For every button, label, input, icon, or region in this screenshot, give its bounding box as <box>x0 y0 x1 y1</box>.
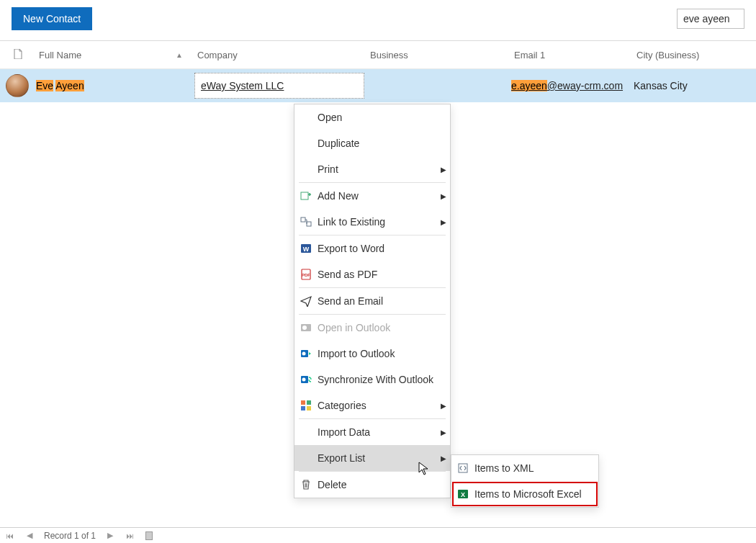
svg-rect-15 <box>301 406 305 410</box>
export-list-submenu: Items to XML X Items to Microsoft Excel <box>451 454 599 508</box>
column-company[interactable]: Company <box>194 50 367 60</box>
menu-delete[interactable]: Delete <box>294 472 450 498</box>
city-cell: Kansas City <box>634 80 756 91</box>
column-business[interactable]: Business <box>367 50 511 60</box>
menu-open[interactable]: Open <box>294 104 450 130</box>
menu-open-outlook: Open in Outlook <box>294 315 450 341</box>
new-contact-button[interactable]: New Contact <box>12 7 92 30</box>
svg-rect-13 <box>301 400 305 405</box>
outlook-icon <box>294 322 318 333</box>
column-email1[interactable]: Email 1 <box>511 50 634 60</box>
horizontal-scroll-handle[interactable] <box>145 531 153 540</box>
send-icon <box>294 295 318 307</box>
chevron-right-icon: ▶ <box>437 428 450 436</box>
menu-print[interactable]: Print▶ <box>294 156 450 182</box>
highlight: Eve <box>36 80 53 91</box>
full-name-cell: Eve Ayeen <box>36 80 194 91</box>
word-icon: W <box>294 243 318 254</box>
email-cell[interactable]: e.ayeen@eway-crm.com <box>511 80 634 91</box>
search-input[interactable] <box>677 9 744 29</box>
sort-ascending-icon: ▲ <box>176 51 183 59</box>
menu-import-outlook[interactable]: Import to Outlook <box>294 341 450 367</box>
svg-rect-2 <box>307 222 311 226</box>
highlight: e.ayeen <box>511 80 547 91</box>
svg-rect-16 <box>307 406 311 410</box>
menu-link-existing[interactable]: Link to Existing▶ <box>294 209 450 235</box>
submenu-label: Items to XML <box>474 462 598 474</box>
menu-add-new[interactable]: Add New▶ <box>294 183 450 209</box>
link-icon <box>294 216 318 228</box>
company-link[interactable]: eWay System LLC <box>201 80 284 91</box>
pager-prev[interactable]: ◀ <box>25 531 34 540</box>
avatar <box>6 74 29 97</box>
svg-text:X: X <box>461 491 465 498</box>
delete-icon <box>294 479 318 490</box>
context-menu: Open Duplicate Print▶ Add New▶ Link to E… <box>294 104 451 498</box>
company-cell-wrapper: eWay System LLC <box>194 73 367 99</box>
toolbar: New Contact <box>0 0 756 41</box>
submenu-items-to-xml[interactable]: Items to XML <box>451 455 598 481</box>
svg-point-12 <box>302 378 306 382</box>
chevron-right-icon: ▶ <box>437 454 450 462</box>
pager-last[interactable]: ⏭ <box>125 531 135 540</box>
svg-point-8 <box>302 326 307 330</box>
company-cell-editing[interactable]: eWay System LLC <box>194 73 364 99</box>
chevron-right-icon: ▶ <box>437 192 450 200</box>
column-city[interactable]: City (Business) <box>634 50 756 60</box>
outlook-sync-icon <box>294 374 318 385</box>
column-indicator[interactable] <box>0 49 36 61</box>
menu-sync-outlook[interactable]: Synchronize With Outlook <box>294 367 450 392</box>
submenu-label: Items to Microsoft Excel <box>474 488 598 500</box>
avatar-cell <box>0 74 36 97</box>
svg-rect-1 <box>301 217 305 222</box>
xml-icon <box>451 462 474 474</box>
menu-categories[interactable]: Categories▶ <box>294 392 450 418</box>
svg-text:W: W <box>303 246 310 253</box>
svg-point-10 <box>302 352 306 356</box>
menu-import-data[interactable]: Import Data▶ <box>294 419 450 445</box>
menu-export-list[interactable]: Export List▶ <box>294 445 450 471</box>
table-row[interactable]: Eve Ayeen eWay System LLC e.ayeen@eway-c… <box>0 69 756 102</box>
pdf-icon: PDF <box>294 269 318 280</box>
menu-duplicate[interactable]: Duplicate <box>294 130 450 156</box>
pager-status: Record 1 of 1 <box>44 531 96 541</box>
outlook-import-icon <box>294 348 318 359</box>
menu-export-word[interactable]: W Export to Word <box>294 235 450 261</box>
chevron-right-icon: ▶ <box>437 166 450 174</box>
svg-rect-0 <box>301 192 308 199</box>
submenu-items-to-excel[interactable]: X Items to Microsoft Excel <box>451 481 598 507</box>
chevron-right-icon: ▶ <box>437 218 450 226</box>
document-icon <box>14 49 22 61</box>
highlight: Ayeen <box>55 80 84 91</box>
add-new-icon <box>294 190 318 202</box>
menu-send-email[interactable]: Send an Email <box>294 288 450 314</box>
email-rest: @eway-crm.com <box>547 80 623 91</box>
column-full-name[interactable]: Full Name ▲ <box>36 50 194 60</box>
menu-send-pdf[interactable]: PDF Send as PDF <box>294 261 450 287</box>
categories-icon <box>294 400 318 411</box>
chevron-right-icon: ▶ <box>437 402 450 410</box>
column-label: Full Name <box>39 50 81 60</box>
svg-text:PDF: PDF <box>302 273 310 277</box>
pager-next[interactable]: ▶ <box>106 531 114 540</box>
grid-header: Full Name ▲ Company Business Email 1 Cit… <box>0 41 756 69</box>
pager-first[interactable]: ⏮ <box>4 531 15 540</box>
pager: ⏮ ◀ Record 1 of 1 ▶ ⏭ <box>0 527 756 543</box>
excel-icon: X <box>451 488 474 500</box>
svg-rect-14 <box>307 400 311 405</box>
